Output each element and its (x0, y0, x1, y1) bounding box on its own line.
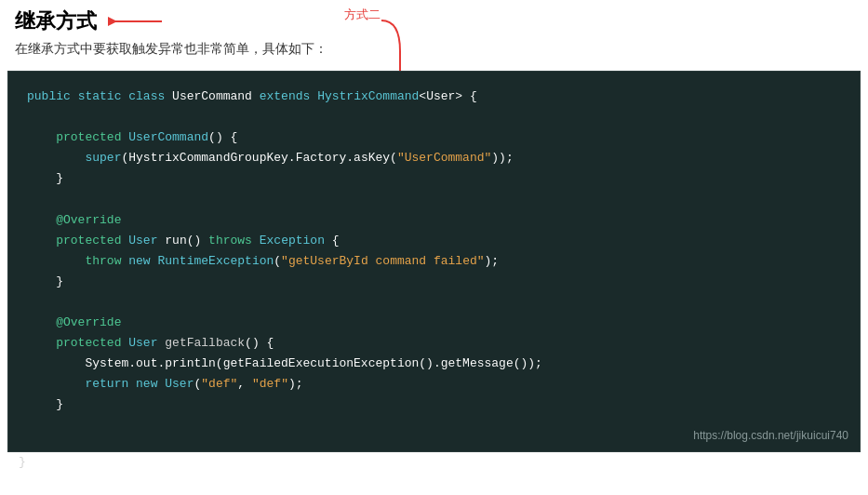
code-line-12: @Override (27, 313, 841, 333)
code-line-13: protected User getFallback() { (27, 333, 841, 354)
header-section: 继承方式 方式二 (0, 0, 868, 71)
code-line-16: } (27, 395, 841, 415)
code-line-5: } (27, 168, 841, 189)
code-line-4: super(HystrixCommandGroupKey.Factory.asK… (27, 148, 841, 168)
code-line-9: throw new RuntimeException("getUserById … (27, 251, 841, 272)
page-title: 继承方式 (15, 7, 97, 35)
code-block: public static class UserCommand extends … (7, 71, 861, 452)
code-line-11 (27, 292, 841, 313)
code-line-14: System.out.println(getFailedExecutionExc… (27, 354, 841, 374)
code-line-7: @Override (27, 210, 841, 231)
code-line-1: public static class UserCommand extends … (27, 87, 841, 107)
page-wrapper: 继承方式 方式二 (0, 0, 868, 495)
code-line-6 (27, 189, 841, 209)
code-line-10: } (27, 272, 841, 292)
code-line-3: protected UserCommand() { (27, 127, 841, 148)
code-line-2 (27, 107, 841, 127)
subtitle: 在继承方式中要获取触发异常也非常简单，具体如下： (15, 41, 853, 58)
closing-brace: } (19, 455, 26, 469)
code-line-15: return new User("def", "def"); (27, 374, 841, 395)
code-line-8: protected User run() throws Exception { (27, 231, 841, 251)
arrow-left-icon (108, 12, 164, 31)
title-row: 继承方式 (15, 7, 853, 35)
watermark: https://blog.csdn.net/jikuicui740 (693, 426, 848, 445)
method-two-label: 方式二 (344, 6, 381, 23)
